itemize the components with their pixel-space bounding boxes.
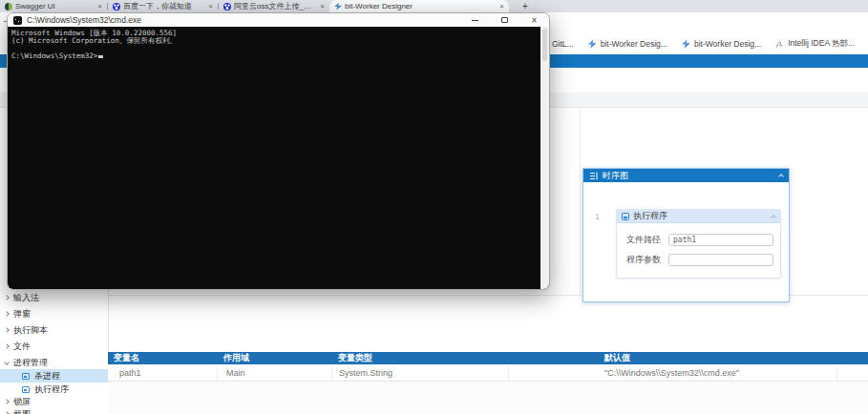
- sidebar-item-process-management[interactable]: 进程管理: [0, 356, 108, 369]
- sidebar-item-popup[interactable]: 弹窗: [0, 307, 108, 321]
- variable-table-row[interactable]: path1 Main System.String "C:\\Windows\\S…: [108, 364, 868, 382]
- bookmark-bitworker-2[interactable]: bit-Worker Desig...: [682, 39, 761, 49]
- bookmark-gitlab[interactable]: GitL...: [552, 39, 574, 49]
- tab-baidu-search[interactable]: 阿里云oss文件上传_百度搜索 ×: [219, 0, 329, 12]
- bookmark-label: GitL...: [552, 39, 574, 49]
- bookmark-label: bit-Worker Desig...: [601, 39, 667, 49]
- program-args-input[interactable]: [668, 254, 773, 266]
- col-variable-type: 变量类型: [332, 352, 509, 364]
- cmd-window-title: C:\Windows\System32\cmd.exe: [27, 15, 141, 25]
- tab-bitworker-designer-active[interactable]: bit-Worker Designer ×: [329, 0, 509, 12]
- file-path-input[interactable]: [668, 234, 773, 246]
- collapse-up-icon[interactable]: [778, 174, 784, 179]
- program-window-icon: [22, 373, 30, 380]
- sidebar-item-label: 弹窗: [13, 308, 31, 321]
- sidebar-item-label: 文件: [13, 341, 31, 353]
- sidebar-item-label: 截图: [13, 408, 31, 414]
- cmd-app-icon: [13, 16, 22, 25]
- bookmarks-bar: GitL... bit-Worker Desig... bit-Worker D…: [552, 38, 855, 50]
- collapse-up-icon[interactable]: [771, 215, 776, 220]
- file-path-row: 文件路径: [626, 233, 773, 246]
- sidebar-item-input-method[interactable]: 输入法: [0, 291, 108, 304]
- baidu-favicon-icon: [113, 3, 120, 10]
- console-line: (c) Microsoft Corporation。保留所有权利。: [11, 37, 538, 45]
- tab-label: 百度一下，你就知道: [123, 1, 205, 11]
- sidebar-item-screenshot[interactable]: 截图: [0, 407, 108, 414]
- cell-scope: Main: [218, 364, 332, 381]
- cmd-title-bar[interactable]: C:\Windows\System32\cmd.exe ×: [8, 13, 549, 27]
- sequence-panel-header[interactable]: 时序图: [583, 169, 789, 182]
- sidebar-item-file[interactable]: 文件: [0, 340, 108, 353]
- sidebar-item-label: 杀进程: [34, 370, 60, 383]
- sidebar-item-label: 输入法: [13, 292, 39, 304]
- cell-variable-name: path1: [108, 364, 218, 381]
- maximize-icon: [501, 17, 508, 23]
- new-tab-button[interactable]: +: [517, 0, 534, 12]
- tab-close-icon[interactable]: ×: [208, 2, 213, 10]
- minimize-icon: [472, 20, 478, 21]
- baidu-favicon-icon: [223, 3, 231, 10]
- console-prompt-line: C:\Windows\System32>: [11, 52, 538, 60]
- tab-close-icon[interactable]: ×: [320, 2, 325, 10]
- console-scrollbar[interactable]: [540, 27, 549, 289]
- bitworker-favicon-icon: [334, 3, 342, 10]
- bookmark-intellij[interactable]: Intellij IDEA 热部...: [775, 38, 855, 50]
- program-window-icon: [622, 213, 629, 220]
- col-scope: 作用域: [218, 352, 332, 364]
- bookmark-label: bit-Worker Desig...: [694, 39, 761, 49]
- col-default-value: 默认值: [509, 352, 837, 364]
- pen-icon: [775, 40, 784, 49]
- sidebar-item-run-program[interactable]: 执行程序: [0, 383, 108, 396]
- sequence-diagram-icon: [589, 172, 598, 180]
- tab-label: Swagger UI: [15, 2, 95, 10]
- tab-label: bit-Worker Designer: [345, 2, 497, 10]
- sidebar-item-label: 锁屏: [13, 396, 31, 408]
- tab-close-icon[interactable]: ×: [499, 2, 504, 10]
- tab-baidu-home[interactable]: 百度一下，你就知道 ×: [108, 0, 218, 12]
- tab-close-icon[interactable]: ×: [97, 2, 102, 10]
- card-title: 执行程序: [633, 210, 667, 222]
- console-cursor: [98, 55, 103, 58]
- chevron-right-icon: [4, 311, 10, 317]
- run-program-card[interactable]: 执行程序 文件路径 程序参数: [616, 209, 781, 279]
- browser-tab-strip: Swagger UI × 百度一下，你就知道 × 阿里云oss文件上传_百度搜索…: [0, 0, 868, 12]
- table-empty-area: [108, 383, 868, 414]
- desktop-screen: Swagger UI × 百度一下，你就知道 × 阿里云oss文件上传_百度搜索…: [0, 0, 868, 414]
- sequence-diagram-panel: 时序图 1 执行程序 文件路径 程序参数: [582, 168, 790, 302]
- tab-label: 阿里云oss文件上传_百度搜索: [234, 1, 317, 11]
- sidebar-item-kill-process[interactable]: 杀进程: [0, 369, 108, 383]
- chevron-right-icon: [4, 327, 10, 333]
- tab-swagger-ui[interactable]: Swagger UI ×: [0, 0, 107, 12]
- sidebar-item-label: 执行脚本: [13, 324, 48, 337]
- chevron-right-icon: [4, 295, 10, 300]
- sidebar-item-lock-screen[interactable]: 锁屏: [0, 395, 108, 408]
- step-number: 1: [595, 212, 600, 221]
- sidebar-item-label: 执行程序: [34, 383, 69, 396]
- cell-clipped: [837, 364, 868, 381]
- sequence-panel-title: 时序图: [603, 170, 628, 182]
- close-button[interactable]: ×: [519, 13, 549, 27]
- cmd-window-controls: ×: [460, 13, 549, 27]
- console-prompt: C:\Windows\System32>: [11, 52, 97, 60]
- chevron-right-icon: [4, 399, 10, 404]
- program-args-label: 程序参数: [626, 254, 661, 266]
- variables-table-header: 变量名 作用域 变量类型 默认值: [108, 352, 868, 364]
- file-path-label: 文件路径: [626, 234, 661, 246]
- swagger-favicon-icon: [5, 3, 12, 10]
- col-variable-name: 变量名: [108, 352, 218, 364]
- program-window-icon: [22, 386, 30, 393]
- canvas-splitter[interactable]: [580, 109, 581, 296]
- chevron-right-icon: [4, 343, 10, 349]
- cell-variable-type: System.String: [332, 364, 509, 381]
- maximize-button[interactable]: [490, 13, 519, 27]
- bitworker-favicon-icon: [682, 40, 690, 49]
- chevron-down-icon: [4, 360, 10, 365]
- console-output[interactable]: Microsoft Windows [版本 10.0.22000.556] (c…: [8, 27, 549, 289]
- cmd-window: C:\Windows\System32\cmd.exe × Microsoft …: [7, 12, 550, 290]
- minimize-button[interactable]: [460, 13, 490, 27]
- bitworker-favicon-icon: [588, 40, 597, 49]
- card-header[interactable]: 执行程序: [617, 210, 780, 223]
- sidebar-item-label: 进程管理: [13, 357, 48, 369]
- sidebar-item-run-script[interactable]: 执行脚本: [0, 323, 108, 337]
- bookmark-bitworker-1[interactable]: bit-Worker Desig...: [588, 39, 667, 49]
